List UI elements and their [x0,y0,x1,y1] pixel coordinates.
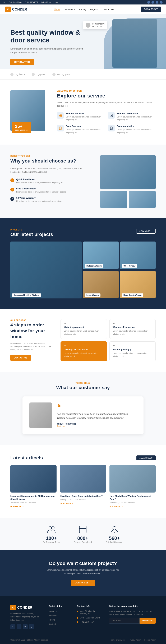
footer-brand-desc: Lorem ipsum dolor sit amet, consectetuer… [10,612,42,622]
brand-label-1: Logolpsum [15,73,25,76]
view-more-button[interactable]: VIEW MORE → [136,229,156,234]
step-title-3: Delivery To Your Home [64,348,104,351]
feature-text-3: 10 Years Warranty Ut wisi ad minim venia… [16,197,62,203]
service-desc-3: Lorem ipsum dolor sit amet, consectetuer… [66,128,105,134]
hero-description: Lorem ipsum dolor sit amet, consectetuer… [10,47,83,54]
nav-pricing[interactable]: Pricing [79,8,86,11]
article-2-read-more[interactable]: READ MORE [60,502,73,504]
address-dot [77,611,78,612]
article-2-comments: No Comments [75,499,86,501]
footer-link-services-anchor[interactable]: Services [49,614,57,617]
stat-projects-number: 800+ [74,536,92,541]
hero-image [104,18,166,69]
step-title-1: Make Appointment [64,326,104,328]
footer-bottom: Copyright © 2022 Nobleco, All right rese… [10,635,156,641]
hero-content: Best quality window & door service Lorem… [10,29,83,65]
window-services-icon [57,112,64,119]
footer-link-about: About Us [49,610,70,613]
process-inner: OUR PROCESS 4 steps to order window for … [10,319,156,361]
brand-label-2: Logopsum [36,73,45,76]
footer-youtube-icon[interactable]: y [29,624,34,629]
why-tag: BENEFIT YOU GET [10,155,92,157]
facebook-icon[interactable] [147,1,150,4]
testimonial-card: ❝ "We can't understand how we've been li… [23,396,143,434]
hero-title: Best quality window & door service [10,29,83,44]
stat-customers-number: 560+ [106,536,123,541]
quote-icon: ❝ [57,404,137,410]
logo-icon: C [5,6,11,12]
service-title-1: Window Services [66,112,105,115]
article-3-comments: No Comments [124,502,135,504]
feature-3: ✓ 10 Years Warranty Ut wisi ad minim ven… [10,197,92,203]
feature-text-2: Free Measurement Lorem ipsum dolor sit a… [16,187,66,194]
brand-3: ⊕⊕ Logopsum [52,73,70,76]
step-title-4: Installing & Enjoy [113,348,152,351]
articles-grid: Important Measurements All Homeowners Sh… [10,465,156,508]
topbar-phone: (+01) 123-4567 [25,1,38,3]
stat-customers: 560+ Satisfied Customer [106,525,123,544]
project-commercial-label: Commercial Building Windows [12,294,41,297]
newsletter-button[interactable]: SUBSCRIBE [139,618,156,624]
linkedin-icon[interactable] [156,1,158,4]
article-3-title: How Much Does Window Replacement Cost? [110,494,156,501]
youtube-icon[interactable] [160,1,162,4]
testimonial-tag: TESTIMONIAL [10,382,156,384]
testimonial-image [29,402,52,428]
customers-icon [110,525,119,534]
exp-label: Years Experience [15,129,28,131]
service-title-2: Window Installation [117,112,156,115]
nav-services[interactable]: Services ▾ [64,8,75,11]
twitter-icon[interactable] [151,1,154,4]
why-description: Lorem ipsum dolor sit amet, consectetuer… [10,167,92,174]
stat-projects: 800+ Projects Completed [74,525,92,544]
step-num-3: 03 [64,345,104,347]
nav-home[interactable]: Home [54,8,60,11]
nav-contact[interactable]: Contact Us [103,8,114,11]
project-bathroom: Bathroom Window [83,242,119,269]
feature-title-2: Free Measurement [16,187,66,190]
article-1-comments: No Comments [25,502,36,504]
process-description: Lorem ipsum dolor sit amet, consectetuer… [10,342,52,352]
brand-1: Logolpsum [10,73,25,76]
cookie-link[interactable]: Cookie Policy [144,639,156,641]
process-contact-button[interactable]: CONTACT US [10,355,31,361]
hours-dot [77,617,78,619]
why-small-image-2 [129,191,156,208]
topbar: Mon - Sat: 8am-10pm (+01) 123-4567 hello… [0,0,166,4]
process-step-1: 01 Make Appointment Lorem ipsum dolor si… [60,319,107,339]
terms-link[interactable]: Terms of Services [110,639,125,641]
stat-team: 100+ Professional Team [43,525,60,544]
stats-row: 100+ Professional Team 800+ Projects Com… [10,525,156,544]
service-door-installation-text: Door Installation Lorem ipsum dolor sit … [117,125,156,134]
article-1-read-more[interactable]: READ MORE [10,506,24,508]
newsletter-input[interactable] [109,618,139,624]
experience-badge: 25+ Years Experience [12,122,31,133]
footer-link-careers-anchor[interactable]: Careers [49,623,56,625]
testimonial-role: Customer [57,425,137,427]
footer-logo: C CONDER [10,605,42,610]
footer-instagram-icon[interactable]: in [23,624,28,629]
navbar: C CONDER Home Services ▾ Pricing Pages ▾… [0,4,166,14]
feature-list: ✓ Quick Installation Lorem ipsum dolor s… [10,178,92,203]
book-button[interactable]: BOOK TODAY [141,6,161,12]
footer-logo-icon: C [10,605,16,610]
footer-link-pricing-anchor[interactable]: Pricing [49,619,55,621]
project-bathroom-label: Bathroom Window [85,264,103,268]
nav-pages[interactable]: Pages ▾ [90,8,98,11]
logo[interactable]: C CONDER [5,6,27,12]
footer-newsletter: Subscribe to our newsletter Consectetuer… [109,605,156,629]
testimonial-author: Miquel Fernandez [57,422,137,425]
article-1-date: January 11, 2022 [10,502,24,504]
svg-point-5 [61,128,61,128]
footer-phone: (+01) 123-4567 [77,621,102,623]
privacy-link[interactable]: Privacy Policy [129,639,141,641]
footer-facebook-icon[interactable]: f [10,624,15,629]
footer-twitter-icon[interactable]: t [17,624,22,629]
brand-logo-1 [10,73,14,76]
footer-logo-text: CONDER [17,606,32,610]
cta-button[interactable]: CONTACT US → [71,580,95,586]
all-articles-button[interactable]: ALL ARTICLES [136,456,156,460]
article-3-read-more[interactable]: READ MORE [110,506,123,508]
footer-link-about-anchor[interactable]: About Us [49,610,57,613]
hero-cta-button[interactable]: GET STARTED [10,59,34,65]
